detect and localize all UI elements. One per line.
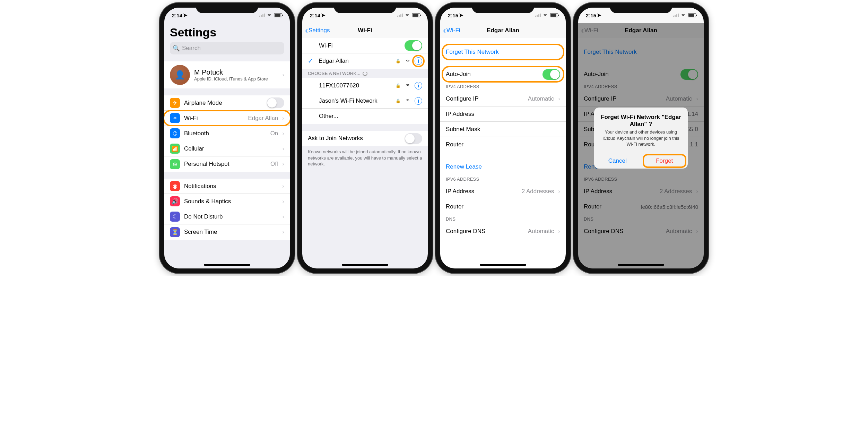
chevron-left-icon: ‹ (305, 26, 308, 35)
cellular-icon: 📶 (170, 144, 180, 154)
wifi-icon (170, 113, 180, 123)
home-indicator[interactable] (618, 264, 664, 266)
wifi-icon (542, 12, 548, 19)
status-time: 2:14 (310, 12, 320, 18)
cellular-signal-icon (397, 14, 403, 17)
alert-message: Your device and other devices using iClo… (600, 129, 682, 147)
nav-bar: ‹Wi-Fi Edgar Allan (440, 23, 566, 38)
forget-button[interactable]: Forget (641, 153, 688, 169)
wifi-toggle-row[interactable]: Wi-Fi (302, 38, 428, 53)
screentime-row[interactable]: ⏳ Screen Time › (164, 224, 290, 240)
ipv6-router-row: Router (440, 199, 566, 214)
info-button[interactable]: i (415, 82, 422, 89)
search-placeholder: Search (182, 45, 201, 52)
chevron-right-icon: › (282, 130, 284, 137)
home-indicator[interactable] (342, 264, 388, 266)
battery-icon (550, 13, 558, 17)
airplane-mode-row[interactable]: ✈︎ Airplane Mode (164, 95, 290, 111)
status-time: 2:14 (172, 12, 182, 18)
chevron-left-icon: ‹ (443, 26, 446, 35)
connected-network-row[interactable]: ✓ Edgar Allan 🔒 i (302, 53, 428, 69)
ipv6-ip-row[interactable]: IP Address 2 Addresses › (440, 184, 566, 199)
choose-network-header: CHOOSE A NETWORK... (302, 69, 428, 78)
dnd-row[interactable]: ☾ Do Not Disturb › (164, 209, 290, 224)
search-input[interactable]: 🔍 Search (170, 42, 284, 54)
chevron-right-icon: › (282, 183, 284, 190)
wifi-switch[interactable] (405, 40, 422, 51)
page-title: Settings (164, 23, 290, 42)
profile-name: M Potuck (194, 68, 278, 76)
cellular-row[interactable]: 📶 Cellular › (164, 141, 290, 156)
chevron-right-icon: › (282, 213, 284, 220)
network-row[interactable]: Jason's Wi-Fi Network 🔒 i (302, 93, 428, 109)
chevron-right-icon: › (282, 115, 284, 122)
sounds-icon: 🔊 (170, 196, 180, 206)
avatar: 👤 (170, 65, 190, 85)
router-row: Router (440, 137, 566, 152)
ipv4-header: IPV4 ADDRESS (440, 82, 566, 91)
home-indicator[interactable] (204, 264, 250, 266)
checkmark-icon: ✓ (308, 57, 313, 65)
wifi-icon (405, 12, 410, 19)
location-icon: ➤ (183, 12, 188, 18)
ask-switch[interactable] (405, 133, 422, 144)
nav-title: Wi-Fi (358, 27, 372, 34)
autojoin-row[interactable]: Auto-Join (440, 67, 566, 82)
wifi-icon (267, 12, 272, 19)
ask-to-join-row[interactable]: Ask to Join Networks (302, 131, 428, 146)
spinner-icon (363, 71, 367, 76)
subnet-row: Subnet Mask (440, 122, 566, 137)
location-icon: ➤ (459, 12, 463, 18)
chevron-right-icon: › (282, 161, 284, 168)
apple-id-row[interactable]: 👤 M Potuck Apple ID, iCloud, iTunes & Ap… (164, 61, 290, 88)
chevron-right-icon: › (558, 95, 560, 102)
autojoin-switch[interactable] (542, 69, 560, 80)
location-icon: ➤ (597, 12, 601, 18)
airplane-switch[interactable] (267, 97, 284, 108)
renew-lease-row[interactable]: Renew Lease (440, 159, 566, 174)
hotspot-icon: ⊚ (170, 159, 180, 169)
nav-bar: ‹Settings Wi-Fi (302, 23, 428, 38)
battery-icon (688, 13, 696, 17)
bluetooth-row[interactable]: ⌬ Bluetooth On › (164, 126, 290, 141)
cellular-signal-icon (673, 14, 679, 17)
forget-network-row[interactable]: Forget This Network (440, 44, 566, 60)
moon-icon: ☾ (170, 212, 180, 222)
home-indicator[interactable] (480, 264, 526, 266)
cellular-signal-icon (259, 14, 265, 17)
configure-dns-row[interactable]: Configure DNS Automatic › (440, 224, 566, 239)
ask-footer: Known networks will be joined automatica… (302, 146, 428, 170)
info-button[interactable]: i (415, 57, 422, 65)
profile-sub: Apple ID, iCloud, iTunes & App Store (194, 76, 278, 82)
bluetooth-icon: ⌬ (170, 128, 180, 138)
hotspot-row[interactable]: ⊚ Personal Hotspot Off › (164, 156, 290, 172)
back-button[interactable]: ‹Wi-Fi (443, 26, 460, 35)
airplane-icon: ✈︎ (170, 98, 180, 108)
wifi-strength-icon (405, 58, 410, 65)
ipv6-header: IPV6 ADDRESS (440, 174, 566, 184)
wifi-strength-icon (405, 82, 410, 89)
cancel-button[interactable]: Cancel (594, 153, 641, 169)
status-time: 2:15 (448, 12, 458, 18)
wifi-row[interactable]: Wi-Fi Edgar Allan › (164, 111, 290, 126)
ip-address-row: IP Address (440, 106, 566, 122)
lock-icon: 🔒 (396, 99, 401, 103)
alert-backdrop[interactable]: Forget Wi-Fi Network "Edgar Allan" ? You… (578, 8, 704, 268)
location-icon: ➤ (321, 12, 326, 18)
chevron-right-icon: › (282, 145, 284, 152)
status-time: 2:15 (586, 12, 596, 18)
alert-title: Forget Wi-Fi Network "Edgar Allan" ? (600, 114, 682, 128)
chevron-right-icon: › (282, 198, 284, 205)
hourglass-icon: ⏳ (170, 227, 180, 237)
dns-header: DNS (440, 214, 566, 224)
sounds-row[interactable]: 🔊 Sounds & Haptics › (164, 194, 290, 209)
back-button[interactable]: ‹Settings (305, 26, 330, 35)
network-row[interactable]: 11FX10077620 🔒 i (302, 78, 428, 93)
info-button[interactable]: i (415, 97, 422, 105)
battery-icon (274, 13, 282, 17)
configure-ip-row[interactable]: Configure IP Automatic › (440, 91, 566, 106)
chevron-right-icon: › (282, 229, 284, 236)
nav-title: Edgar Allan (487, 27, 519, 34)
other-network-row[interactable]: Other... (302, 109, 428, 124)
notifications-row[interactable]: ◉ Notifications › (164, 179, 290, 194)
